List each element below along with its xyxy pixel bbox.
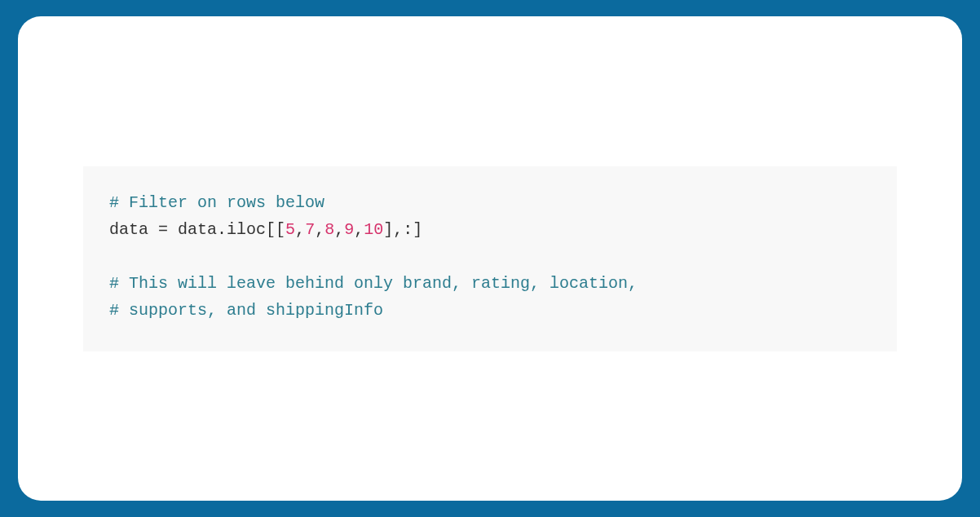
card-container: # Filter on rows below data = data.iloc[… [18,16,962,501]
code-bracket-open: [[ [266,220,285,239]
code-bracket-close: ],:] [383,220,422,239]
code-comma-2: , [315,220,324,239]
code-comment-line-2: # This will leave behind only brand, rat… [109,274,638,293]
code-comma-1: , [295,220,305,239]
code-comma-4: , [354,220,364,239]
code-number-3: 8 [324,220,334,239]
code-dot-op: . [217,220,227,239]
code-number-4: 9 [344,220,354,239]
code-number-1: 5 [285,220,295,239]
code-number-2: 7 [305,220,315,239]
code-attr-iloc: iloc [227,220,266,239]
code-block: # Filter on rows below data = data.iloc[… [83,166,897,351]
code-identifier-obj: data [178,220,217,239]
code-comment-line-1: # Filter on rows below [109,193,324,212]
code-comma-3: , [334,220,344,239]
code-number-5: 10 [364,220,383,239]
code-assign-op: = [148,220,178,239]
code-identifier-lhs: data [109,220,148,239]
code-comment-line-3: # supports, and shippingInfo [109,301,383,320]
